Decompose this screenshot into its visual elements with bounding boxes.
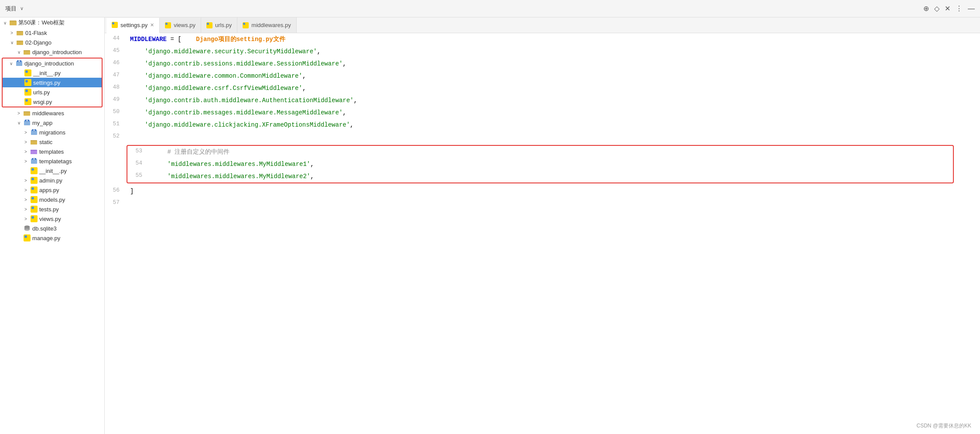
line-number-53: 53 [127,147,149,154]
code-line-44: 44 MIDDLEWARE = [ Django项目的setting.py文件 [105,33,980,45]
tab-middlewares-label: middlewares.py [251,22,291,28]
line-content-52 [127,132,980,142]
sidebar-item-wsgi-py[interactable]: > wsgi.py [3,97,102,107]
python-tab-icon [165,22,171,28]
sidebar-item-views-py-myapp[interactable]: > views.py [0,214,104,224]
add-icon[interactable]: ⊕ [923,4,929,13]
code-line-46: 46 'django.contrib.sessions.middleware.S… [105,58,980,70]
sidebar-item-init-py[interactable]: > __init__.py [3,68,102,78]
code-line-45: 45 'django.middleware.security.SecurityM… [105,45,980,58]
package-icon [31,158,38,165]
python-tab-icon [206,22,212,28]
sidebar-item-admin-py[interactable]: > admin.py [0,176,104,185]
python-file-icon [31,206,38,213]
sidebar-item-migrations[interactable]: > migrations [0,127,104,137]
arrow-icon: ∨ [17,121,24,125]
sidebar-item-flask[interactable]: > 01-Flask [0,28,104,38]
sidebar-item-django[interactable]: ∨ 02-Django [0,38,104,47]
tab-bar: settings.py ✕ views.py urls.py middlewar… [105,17,980,33]
code-line-47: 47 'django.middleware.common.CommonMiddl… [105,70,980,82]
sidebar-item-urls-py[interactable]: > urls.py [3,87,102,97]
sidebar-label-myapp-init: __init__.py [39,168,67,174]
arrow-icon: > [10,31,17,35]
tab-views[interactable]: views.py [160,17,201,33]
sidebar-item-myapp-init[interactable]: > __init__.py [0,166,104,176]
svg-rect-26 [31,141,37,145]
close-icon[interactable]: ✕ [945,4,950,13]
sidebar-item-models-py[interactable]: > models.py [0,195,104,204]
arrow-icon: > [24,159,31,164]
diamond-icon[interactable]: ◇ [934,4,939,13]
chevron-icon: ∨ [20,6,24,11]
arrow-icon: > [24,149,31,154]
folder-icon [10,19,17,26]
sidebar-label-django-intro-folder: django_introduction [32,49,82,55]
line-number-50: 50 [105,107,127,115]
line-number-47: 47 [105,71,127,78]
python-file-icon [24,234,31,241]
svg-rect-8 [17,41,23,45]
sidebar-label-apps-py: apps.py [39,187,59,193]
sidebar-label-django: 02-Django [25,39,51,46]
sidebar-item-django-intro-pkg[interactable]: ∨ django_introduction [3,59,102,68]
sidebar-label-urls-py: urls.py [33,89,50,96]
sidebar-item-lesson50[interactable]: ∨ 第50课：Web框架 [0,17,104,28]
arrow-icon: ∨ [17,50,24,55]
python-file-icon [24,98,31,105]
sidebar-label-templates: templates [39,148,64,155]
python-tab-icon [112,22,118,28]
line-content-53: # 注册自定义的中间件 [149,147,953,157]
tab-close-icon[interactable]: ✕ [150,22,154,28]
sidebar-item-templates[interactable]: > templates [0,147,104,156]
python-file-icon [31,186,38,193]
sidebar-item-middlewares[interactable]: > middlewares [0,108,104,118]
arrow-icon: ∨ [3,21,10,25]
minus-icon[interactable]: — [968,5,975,13]
code-line-51: 51 'django.middleware.clickjacking.XFram… [105,119,980,131]
arrow-icon: > [24,207,31,212]
line-number-49: 49 [105,95,127,103]
line-content-51: 'django.middleware.clickjacking.XFrameOp… [127,120,980,130]
sidebar-item-templatetags[interactable]: > templatetags [0,156,104,166]
arrow-icon: > [24,140,31,145]
tab-settings[interactable]: settings.py ✕ [106,18,160,33]
sidebar-label-db-sqlite: db.sqlite3 [32,225,57,232]
line-content-45: 'django.middleware.security.SecurityMidd… [127,46,980,57]
sidebar-label-wsgi-py: wsgi.py [33,99,52,105]
line-content-57 [127,198,980,209]
svg-rect-2 [10,21,17,25]
sidebar-item-my-app[interactable]: ∨ my_app [0,118,104,127]
sidebar-item-static[interactable]: > static [0,137,104,147]
code-line-54: 54 'middlewares.middlewares.MyMiddleware… [127,158,953,170]
tab-middlewares[interactable]: middlewares.py [237,17,296,33]
sidebar-item-tests-py[interactable]: > tests.py [0,204,104,214]
package-icon [31,129,38,136]
sidebar-label-settings-py: settings.py [33,79,60,86]
python-tab-icon [243,22,249,28]
package-icon [16,60,23,67]
line-number-55: 55 [127,171,149,179]
line-content-55: 'middlewares.middlewares.MyMiddleware2', [149,171,953,182]
line-content-46: 'django.contrib.sessions.middleware.Sess… [127,59,980,69]
line-number-51: 51 [105,120,127,127]
line-content-54: 'middlewares.middlewares.MyMiddleware1', [149,159,953,169]
arrow-icon: > [24,217,31,221]
more-icon[interactable]: ⋮ [956,4,963,13]
tab-urls[interactable]: urls.py [201,17,237,33]
sidebar-item-manage-py[interactable]: > manage.py [0,233,104,243]
arrow-icon: > [24,178,31,183]
highlight-box: ∨ django_introduction > __init__.py > se… [2,58,103,107]
folder-icon [31,138,38,145]
sidebar-item-db-sqlite[interactable]: > db.sqlite3 [0,224,104,233]
sidebar-item-apps-py[interactable]: > apps.py [0,185,104,195]
tab-views-label: views.py [174,22,195,28]
editor-area: 44 MIDDLEWARE = [ Django项目的setting.py文件 … [105,33,980,434]
svg-point-23 [34,130,35,131]
sidebar-item-django-intro-folder[interactable]: ∨ django_introduction [0,47,104,57]
arrow-icon: > [24,188,31,193]
folder-purple-icon [31,148,38,155]
sidebar-item-settings-py[interactable]: > settings.py [3,78,102,87]
line-number-57: 57 [105,198,127,206]
line-number-52: 52 [105,132,127,139]
svg-point-20 [27,120,28,121]
